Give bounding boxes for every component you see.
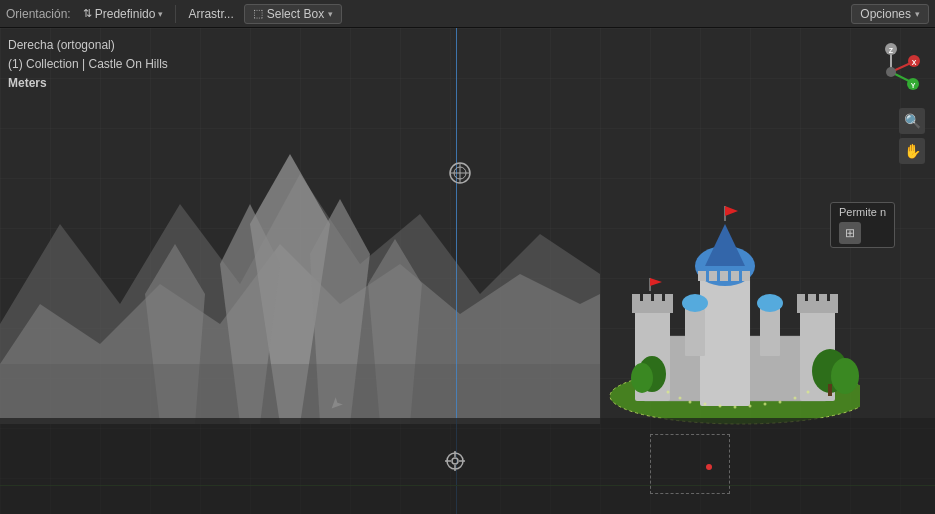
- separator-1: [175, 5, 176, 23]
- svg-rect-16: [654, 294, 662, 304]
- transform-gizmo: [445, 158, 475, 188]
- drag-btn[interactable]: Arrastr...: [182, 3, 239, 25]
- svg-rect-38: [760, 306, 780, 356]
- svg-point-39: [757, 294, 783, 312]
- svg-rect-27: [698, 271, 706, 281]
- select-box-chevron-icon: ▾: [328, 9, 333, 19]
- svg-marker-35: [650, 278, 662, 286]
- mountains-svg: [0, 144, 600, 424]
- grid-icon: ⊞: [845, 226, 855, 240]
- cursor-icon: ⬚: [253, 7, 263, 20]
- options-btn[interactable]: Opciones ▾: [851, 4, 929, 24]
- svg-point-41: [831, 358, 859, 394]
- svg-point-49: [734, 406, 737, 409]
- svg-rect-31: [742, 271, 750, 281]
- orientation-icon: ⇅: [83, 7, 92, 20]
- tooltip-text: Permite n: [839, 206, 886, 218]
- svg-point-50: [749, 405, 752, 408]
- svg-point-48: [719, 405, 722, 408]
- svg-point-51: [764, 403, 767, 406]
- svg-point-46: [689, 401, 692, 404]
- tooltip-overlay: Permite n ⊞: [830, 202, 895, 248]
- svg-rect-30: [731, 271, 739, 281]
- toolbar: Orientación: ⇅ Predefinido ▾ Arrastr... …: [0, 0, 935, 28]
- orientation-label: Orientación:: [6, 7, 71, 21]
- lower-section: [0, 418, 935, 514]
- svg-text:Y: Y: [911, 82, 916, 89]
- drag-label: Arrastr...: [188, 7, 233, 21]
- viewport[interactable]: Derecha (ortogonal) (1) Collection | Cas…: [0, 28, 935, 514]
- selection-area: [650, 434, 730, 494]
- svg-rect-36: [685, 306, 705, 356]
- svg-rect-22: [819, 294, 827, 304]
- side-icons: 🔍 ✋: [899, 108, 925, 164]
- select-box-label: Select Box: [267, 7, 324, 21]
- origin-cursor: [444, 450, 466, 472]
- select-box-btn[interactable]: ⬚ Select Box ▾: [244, 4, 342, 24]
- orientation-preset-label: Predefinido: [95, 7, 156, 21]
- red-dot: [706, 464, 712, 470]
- search-icon: 🔍: [904, 113, 921, 129]
- svg-point-54: [667, 391, 670, 394]
- hand-icon: ✋: [904, 143, 921, 159]
- svg-rect-28: [709, 271, 717, 281]
- svg-rect-23: [830, 294, 838, 304]
- svg-point-65: [886, 67, 896, 77]
- grid-overlay-btn[interactable]: ⊞: [839, 222, 861, 244]
- orientation-chevron-icon: ▾: [158, 9, 163, 19]
- svg-point-47: [704, 403, 707, 406]
- svg-point-52: [779, 401, 782, 404]
- svg-point-37: [682, 294, 708, 312]
- svg-rect-24: [700, 276, 750, 406]
- svg-rect-29: [720, 271, 728, 281]
- svg-point-44: [631, 363, 653, 393]
- svg-point-71: [452, 458, 458, 464]
- svg-rect-21: [808, 294, 816, 304]
- orientation-preset-btn[interactable]: ⇅ Predefinido ▾: [77, 3, 170, 25]
- svg-text:Z: Z: [889, 47, 894, 54]
- svg-rect-14: [632, 294, 640, 304]
- options-label: Opciones: [860, 7, 911, 21]
- svg-rect-17: [665, 294, 673, 304]
- options-chevron-icon: ▾: [915, 9, 920, 19]
- hand-tool-btn[interactable]: ✋: [899, 138, 925, 164]
- svg-rect-20: [797, 294, 805, 304]
- svg-rect-15: [643, 294, 651, 304]
- castle-scene-svg: [590, 206, 860, 426]
- svg-rect-7: [0, 364, 600, 424]
- svg-marker-26: [705, 224, 745, 266]
- search-view-btn[interactable]: 🔍: [899, 108, 925, 134]
- svg-point-45: [679, 397, 682, 400]
- svg-point-55: [807, 391, 810, 394]
- svg-rect-42: [828, 384, 832, 396]
- svg-text:X: X: [912, 59, 917, 66]
- svg-marker-33: [725, 206, 738, 216]
- svg-point-53: [794, 397, 797, 400]
- navigation-gizmo[interactable]: Z X Y: [861, 42, 921, 102]
